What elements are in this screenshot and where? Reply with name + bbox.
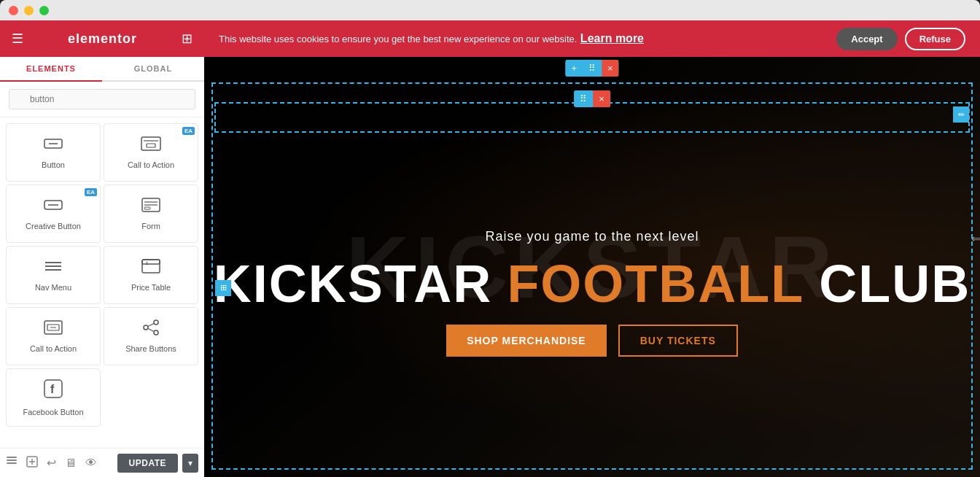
shop-merchandise-button[interactable]: SHOP MERCHANDISE <box>446 325 607 357</box>
cta2-icon <box>43 319 63 340</box>
preview-icon[interactable]: 👁 <box>85 457 97 470</box>
svg-rect-10 <box>144 207 150 209</box>
traffic-light-yellow[interactable] <box>24 6 34 15</box>
hero-title-club: CLUB <box>819 257 971 310</box>
price-table-label: Price Table <box>131 283 171 292</box>
layers-icon[interactable] <box>6 456 18 470</box>
refuse-button[interactable]: Refuse <box>905 28 965 50</box>
main-content: This website uses cookies to ensure you … <box>204 20 980 477</box>
element-item-call-to-action[interactable]: EA Call to Action <box>104 123 198 182</box>
undo-icon[interactable]: ↩ <box>47 456 56 470</box>
svg-rect-27 <box>7 459 17 461</box>
facebook-btn-icon: f <box>43 379 63 403</box>
nav-menu-label: Nav Menu <box>35 283 71 292</box>
hamburger-icon[interactable]: ☰ <box>12 31 23 47</box>
cookie-buttons: Accept Refuse <box>836 28 965 50</box>
hero-section: KICKSTAR + ⠿ × ⠿ × ⊞ ✏ <box>204 57 980 477</box>
creative-btn-label: Creative Button <box>26 222 81 230</box>
share-buttons-label: Share Buttons <box>125 344 176 353</box>
widget-move-button[interactable]: ⠿ <box>574 90 593 107</box>
hero-title-kickstar: KICKSTAR <box>214 257 493 310</box>
tab-elements[interactable]: ELEMENTS <box>0 57 102 82</box>
svg-rect-14 <box>142 260 160 273</box>
elementor-logo: elementor <box>68 31 137 47</box>
svg-rect-28 <box>7 462 17 464</box>
svg-rect-4 <box>147 144 155 147</box>
svg-point-21 <box>144 325 148 330</box>
add-section-icon[interactable] <box>26 456 38 470</box>
svg-rect-29 <box>7 457 17 458</box>
grid-icon[interactable]: ⊞ <box>182 31 192 47</box>
form-element-icon <box>141 197 161 217</box>
svg-rect-15 <box>142 260 160 264</box>
ea-badge: EA <box>182 127 195 135</box>
update-button[interactable]: UPDATE <box>117 454 178 473</box>
cookie-text: This website uses cookies to ensure you … <box>219 32 644 45</box>
creative-btn-icon <box>43 197 63 217</box>
desktop-icon[interactable]: 🖥 <box>65 457 77 470</box>
facebook-btn-label: Facebook Button <box>23 408 83 416</box>
element-item-nav-menu[interactable]: Nav Menu <box>6 246 101 304</box>
price-table-icon: $ <box>141 258 161 279</box>
svg-text:f: f <box>50 383 55 395</box>
widget-toolbar: ⠿ × <box>574 90 610 107</box>
nav-menu-icon <box>43 258 63 279</box>
traffic-light-green[interactable] <box>39 6 49 15</box>
widget-close-button[interactable]: × <box>593 90 610 107</box>
svg-text:$: $ <box>146 261 149 265</box>
section-move-button[interactable]: ⠿ <box>583 60 602 77</box>
sidebar-header: ☰ elementor ⊞ <box>0 20 204 57</box>
ea-badge-2: EA <box>85 188 97 196</box>
search-bar: 🔍 <box>0 82 204 117</box>
share-buttons-icon <box>141 319 161 340</box>
element-item-cta2[interactable]: Call to Action <box>6 307 101 365</box>
button-element-label: Button <box>42 160 65 169</box>
svg-point-20 <box>154 320 158 325</box>
element-item-creative-button[interactable]: EA Creative Button <box>6 185 101 243</box>
svg-point-22 <box>154 330 158 335</box>
svg-line-24 <box>148 329 154 332</box>
cta-element-icon <box>141 136 161 156</box>
canvas-area: KICKSTAR + ⠿ × ⠿ × ⊞ ✏ <box>204 57 980 477</box>
sidebar-tabs: ELEMENTS GLOBAL <box>0 57 204 82</box>
hero-buttons: SHOP MERCHANDISE BUY TICKETS <box>446 325 738 357</box>
column-handle[interactable]: ⊞ <box>215 280 231 296</box>
section-toolbar: + ⠿ × <box>565 60 618 77</box>
hero-tagline: Raise you game to the next level <box>485 229 699 244</box>
edit-widget-button[interactable]: ✏ <box>953 106 969 123</box>
resize-handle[interactable]: ⟺ <box>971 233 980 244</box>
cookie-learn-more-link[interactable]: Learn more <box>580 32 644 44</box>
cookie-bar: This website uses cookies to ensure you … <box>204 20 980 57</box>
cta2-label: Call to Action <box>30 344 77 353</box>
sidebar-bottom: ↩ 🖥 👁 UPDATE ▾ <box>0 448 204 477</box>
update-dropdown-button[interactable]: ▾ <box>182 454 198 473</box>
button-element-icon <box>43 136 63 156</box>
cta-element-label: Call to Action <box>128 160 174 169</box>
element-item-form[interactable]: Form <box>104 185 198 243</box>
element-item-facebook-button[interactable]: f Facebook Button <box>6 368 101 427</box>
section-close-button[interactable]: × <box>602 60 619 77</box>
section-add-button[interactable]: + <box>565 60 583 77</box>
window-chrome <box>0 0 980 20</box>
tab-global[interactable]: GLOBAL <box>102 57 204 80</box>
search-input[interactable] <box>9 89 195 109</box>
element-item-share-buttons[interactable]: Share Buttons <box>104 307 198 365</box>
svg-line-23 <box>148 324 154 327</box>
element-item-price-table[interactable]: $ Price Table <box>104 246 198 304</box>
form-element-label: Form <box>141 222 160 230</box>
hero-title-football: FOOTBALL <box>507 257 804 310</box>
elements-grid: Button EA Call to Action EA <box>0 117 204 448</box>
element-item-button[interactable]: Button <box>6 123 101 182</box>
traffic-light-red[interactable] <box>9 6 18 15</box>
sidebar: ☰ elementor ⊞ ELEMENTS GLOBAL 🔍 <box>0 20 204 477</box>
accept-button[interactable]: Accept <box>836 28 897 50</box>
buy-tickets-button[interactable]: BUY TICKETS <box>618 325 738 357</box>
